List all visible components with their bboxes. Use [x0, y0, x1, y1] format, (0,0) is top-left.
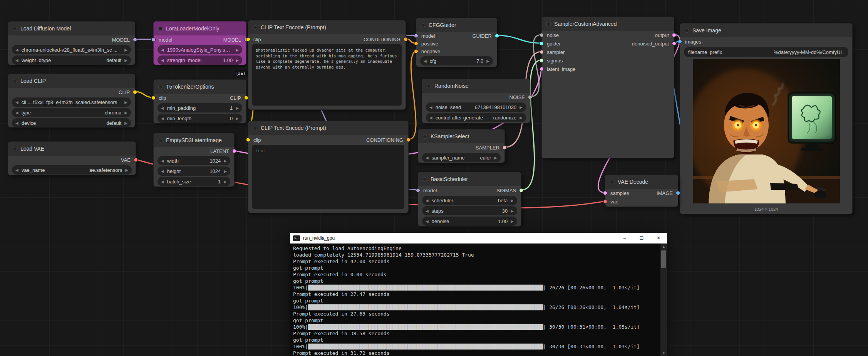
widget-min-padding[interactable]: min_padding1 [158, 103, 242, 113]
next-value-icon[interactable] [519, 105, 523, 109]
widget-min-length[interactable]: min_length0 [158, 114, 242, 123]
node-cfg-guider[interactable]: CFGGuider model GUIDER positive negative… [416, 18, 497, 67]
next-value-icon[interactable] [494, 156, 497, 160]
output-port-sigmas[interactable] [519, 188, 523, 193]
next-value-icon[interactable] [511, 198, 514, 203]
output-port-guider[interactable] [495, 34, 499, 38]
collapse-icon[interactable] [253, 126, 257, 130]
output-port-sampler[interactable] [503, 146, 507, 150]
input-port-model[interactable] [151, 38, 156, 42]
collapse-icon[interactable] [427, 84, 431, 88]
widget-filename-prefix[interactable]: filename_prefix%date:yyyy-MM-dd%/ComfyUI [684, 47, 848, 57]
input-port-samples[interactable] [603, 191, 607, 195]
node-vae-decode[interactable]: VAE Decode samples IMAGE vae [605, 175, 678, 207]
input-port-model[interactable] [414, 34, 418, 38]
node-title-bar[interactable]: CLIP Text Encode (Prompt) [248, 20, 406, 34]
prev-value-icon[interactable] [15, 111, 18, 115]
collapse-icon[interactable] [610, 180, 614, 184]
next-value-icon[interactable] [236, 116, 239, 121]
maximize-button[interactable]: ☐ [633, 233, 650, 243]
prompt-textarea[interactable]: photorealistic fucked up dvacher sits at… [252, 44, 402, 106]
next-value-icon[interactable] [236, 106, 239, 110]
prev-value-icon[interactable] [161, 159, 164, 163]
next-value-icon[interactable] [124, 111, 127, 115]
input-port-negative[interactable] [414, 49, 418, 54]
node-title-bar[interactable]: EmptySD3LatentImage [154, 133, 234, 147]
node-save-image[interactable]: Save Image images filename_prefix%date:y… [680, 23, 853, 214]
collapse-icon[interactable] [13, 79, 17, 83]
prev-value-icon[interactable] [426, 198, 429, 203]
minimize-button[interactable]: – [616, 233, 633, 243]
node-load-vae[interactable]: Load VAE VAE vae_nameae.safetensors [8, 141, 136, 175]
input-port-sampler[interactable] [540, 50, 544, 54]
prev-value-icon[interactable] [15, 121, 18, 125]
comfyui-canvas[interactable]: Load Diffusion Model MODEL chroma-unlock… [0, 0, 868, 356]
output-port-output[interactable] [672, 33, 676, 37]
node-lora-loader-model-only[interactable]: LoraLoaderModelOnly model MODEL 1990sAna… [153, 21, 246, 65]
node-title-bar[interactable]: Save Image [680, 24, 852, 37]
prev-value-icon[interactable] [161, 180, 164, 184]
node-empty-sd3-latent-image[interactable]: EmptySD3LatentImage LATENT width1024 hei… [153, 133, 235, 187]
next-value-icon[interactable] [125, 168, 128, 172]
terminal-title-bar[interactable]: >_ run_nvidia_gpu – ☐ ✕ [290, 233, 667, 243]
terminal-window[interactable]: >_ run_nvidia_gpu – ☐ ✕ Requested to loa… [290, 233, 667, 356]
next-value-icon[interactable] [224, 180, 227, 184]
widget-noise-seed[interactable]: noise_seed671394198101030 [426, 102, 526, 112]
next-value-icon[interactable] [224, 159, 227, 163]
widget-control-after-generate[interactable]: control after generaterandomize [426, 113, 526, 122]
input-port-clip[interactable] [246, 138, 250, 142]
collapse-icon[interactable] [13, 147, 17, 151]
input-port-vae[interactable] [603, 200, 607, 204]
next-value-icon[interactable] [519, 116, 523, 120]
node-title-bar[interactable]: Load Diffusion Model [8, 22, 135, 35]
close-button[interactable]: ✕ [650, 233, 667, 243]
prompt-textarea[interactable]: text [252, 145, 404, 209]
prev-value-icon[interactable] [161, 169, 164, 173]
node-clip-text-encode-negative[interactable]: CLIP Text Encode (Prompt) clip CONDITION… [248, 121, 409, 213]
next-value-icon[interactable] [124, 48, 127, 52]
prev-value-icon[interactable] [161, 58, 164, 62]
scroll-thumb[interactable] [661, 250, 666, 268]
widget-model-name[interactable]: chroma-unlocked-v28_float8_e4m3fn_sc ... [12, 45, 131, 54]
node-random-noise[interactable]: RandomNoise NOISE noise_seed671394198101… [422, 79, 530, 123]
input-port-guider[interactable] [540, 42, 544, 46]
widget-strength-model[interactable]: strength_model1.00 [158, 55, 242, 65]
prev-value-icon[interactable] [426, 209, 429, 213]
input-port-clip[interactable] [151, 96, 156, 100]
next-value-icon[interactable] [236, 58, 239, 62]
widget-denoise[interactable]: denoise1.00 [422, 217, 517, 226]
node-ksampler-select[interactable]: KSamplerSelect SAMPLER sampler_nameeuler [418, 129, 505, 163]
collapse-icon[interactable] [158, 138, 163, 143]
prev-value-icon[interactable] [161, 116, 164, 121]
prev-value-icon[interactable] [161, 106, 164, 110]
next-value-icon[interactable] [124, 121, 127, 125]
next-value-icon[interactable] [511, 209, 514, 213]
node-basic-scheduler[interactable]: BasicScheduler model SIGMAS schedulerbet… [418, 172, 521, 227]
node-load-clip[interactable]: Load CLIP CLIP cli ... t5xxl_fp8_e4m3fn_… [8, 74, 135, 128]
output-port-denoised-output[interactable] [672, 42, 676, 46]
widget-lora-name[interactable]: 1990sAnalogStyle_Pony.safe... [158, 45, 242, 54]
output-port-conditioning[interactable] [404, 37, 408, 42]
widget-height[interactable]: height1024 [158, 166, 230, 176]
widget-steps[interactable]: steps30 [422, 206, 517, 215]
next-value-icon[interactable] [486, 59, 489, 63]
prev-value-icon[interactable] [15, 58, 18, 62]
input-port-noise[interactable] [540, 33, 544, 37]
next-value-icon[interactable] [236, 48, 239, 52]
output-port-noise[interactable] [528, 95, 532, 99]
input-port-latent-image[interactable] [540, 67, 544, 71]
node-sampler-custom-advanced[interactable]: SamplerCustomAdvanced noise output guide… [541, 17, 674, 158]
prev-value-icon[interactable] [429, 105, 432, 109]
output-port-clip[interactable] [133, 90, 137, 94]
next-value-icon[interactable] [511, 219, 514, 223]
node-title-bar[interactable]: Load VAE [8, 142, 136, 156]
node-title-bar[interactable]: BasicScheduler [418, 172, 521, 186]
collapse-icon[interactable] [158, 27, 163, 31]
node-title-bar[interactable]: SamplerCustomAdvanced [542, 17, 674, 31]
scroll-up-icon[interactable]: ▲ [660, 243, 667, 250]
widget-weight-dtype[interactable]: weight_dtypedefault [12, 55, 131, 65]
prev-value-icon[interactable] [15, 168, 18, 172]
node-clip-text-encode-positive[interactable]: CLIP Text Encode (Prompt) clip CONDITION… [248, 20, 406, 110]
scroll-down-icon[interactable]: ▼ [660, 350, 667, 356]
next-value-icon[interactable] [124, 100, 127, 104]
